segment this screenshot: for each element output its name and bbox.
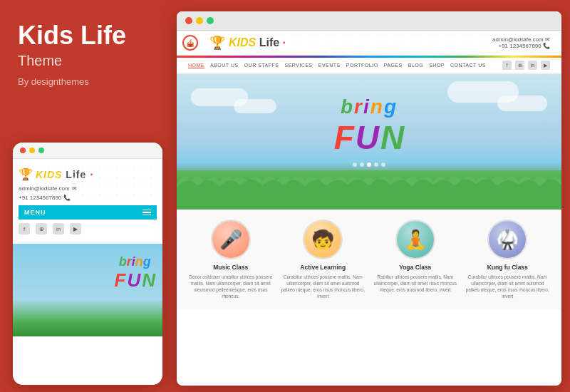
hero-section: bring F U N: [177, 74, 561, 210]
slide-dots: [353, 163, 385, 167]
logo-trophy-icon: 🏆: [209, 35, 225, 51]
mobile-bring-text: bring: [115, 254, 155, 269]
feature-music-avatar: 🎤: [211, 220, 251, 259]
mobile-hero: bring FUN: [13, 244, 162, 336]
app-title: Kids Life: [18, 21, 157, 50]
app-subtitle: Theme: [18, 53, 157, 69]
kungfu-avatar-face: 🥋: [489, 221, 526, 258]
feature-music-title: Music Class: [188, 264, 274, 271]
cloud-4: [497, 96, 547, 111]
browser-top-bar: [177, 11, 561, 31]
grass-svg: [177, 170, 561, 210]
nav-instagram-icon[interactable]: ⊕: [515, 61, 524, 70]
mobile-fun-text: FUN: [115, 269, 155, 292]
mobile-dot-green: [38, 148, 44, 153]
website-nav: HOME ABOUT US OUR STAFFS SERVICES EVENTS…: [177, 58, 561, 74]
website-logo: 🏆 KIDS Life ·: [209, 35, 286, 51]
nav-contact[interactable]: CONTACT US: [450, 63, 486, 68]
hero-fun-text: F U N: [334, 118, 405, 157]
feature-kungfu-desc: Curabitur ultrices pousere mattis. Nam u…: [465, 274, 551, 299]
website-contact-phone: +91 1234567890 📞: [492, 43, 550, 49]
browser-dot-yellow: [196, 17, 203, 24]
logo-kids: KIDS: [229, 36, 256, 48]
left-panel: Kids Life Theme By designthemes 🏆 KIDS L…: [0, 0, 175, 392]
content-section: 🎤 Music Class Decor ostdcaer urabiltur u…: [177, 210, 561, 309]
mobile-linkedin-icon[interactable]: in: [53, 223, 64, 234]
website-contact: admin@kidslife.com ✉ +91 1234567890 📞: [492, 36, 550, 49]
nav-youtube-icon[interactable]: ▶: [541, 61, 550, 70]
nav-services[interactable]: SERVICES: [284, 63, 312, 68]
nav-staffs[interactable]: OUR STAFFS: [244, 63, 279, 68]
slide-dot-2[interactable]: [360, 163, 364, 167]
mobile-youtube-icon[interactable]: ▶: [70, 223, 81, 234]
app-by: By designthemes: [18, 76, 157, 87]
features-grid: 🎤 Music Class Decor ostdcaer urabiltur u…: [188, 220, 550, 299]
logo-life: Life: [259, 36, 279, 48]
mobile-dot-red: [20, 148, 26, 153]
hero-text-center: bring F U N: [334, 96, 405, 157]
website-header: 🎪 🏆 KIDS Life · admin@kidslife.com ✉ +91…: [177, 31, 561, 56]
logo-text: KIDS Life ·: [229, 36, 286, 49]
feature-learning-desc: Curabitur ultrices pousere mattis. Nam u…: [281, 274, 366, 299]
browser-dot-green: [207, 17, 214, 24]
music-avatar-face: 🎤: [212, 221, 249, 258]
polka-bg-mobile: [19, 165, 157, 202]
nav-about[interactable]: ABOUT US: [210, 63, 239, 68]
mobile-mockup: 🏆 KIDS Life · admin@kidslife.com ✉ +91 1…: [13, 143, 162, 385]
header-badge: 🎪: [182, 35, 198, 51]
mobile-social-row: f ⊕ in ▶: [19, 220, 157, 238]
nav-events[interactable]: EVENTS: [318, 63, 341, 68]
mobile-nav-bar[interactable]: MENU: [19, 205, 157, 220]
hamburger-icon[interactable]: [142, 210, 151, 216]
feature-kungfu: 🥋 Kung fu Class Curabitur ultrices pouse…: [465, 220, 551, 299]
browser-dot-red: [185, 17, 192, 24]
mobile-hero-text: bring FUN: [115, 254, 155, 292]
learning-avatar-face: 🧒: [304, 221, 341, 258]
feature-kungfu-avatar: 🥋: [487, 220, 527, 259]
hero-bring-text: bring: [334, 96, 405, 118]
mobile-facebook-icon[interactable]: f: [19, 223, 30, 234]
feature-learning-title: Active Learning: [281, 264, 366, 271]
feature-kungfu-title: Kung fu Class: [465, 264, 551, 271]
feature-learning-avatar: 🧒: [303, 220, 343, 259]
slide-dot-5[interactable]: [381, 163, 385, 167]
mobile-dot-yellow: [29, 148, 35, 153]
website-contact-email: admin@kidslife.com ✉: [492, 36, 550, 43]
mobile-menu-label: MENU: [24, 209, 46, 216]
cloud-2: [234, 99, 276, 113]
logo-dot: ·: [283, 36, 286, 48]
nav-facebook-icon[interactable]: f: [502, 61, 512, 70]
nav-shop[interactable]: SHOP: [429, 63, 445, 68]
nav-blog[interactable]: BLOG: [408, 63, 423, 68]
nav-linkedin-icon[interactable]: in: [528, 61, 537, 70]
mobile-instagram-icon[interactable]: ⊕: [36, 223, 47, 234]
slide-dot-1[interactable]: [353, 163, 357, 167]
mobile-top-bar: [13, 143, 162, 159]
feature-learning: 🧒 Active Learning Curabitur ultrices pou…: [281, 220, 366, 299]
browser-mockup: 🎪 🏆 KIDS Life · admin@kidslife.com ✉ +91…: [177, 11, 561, 386]
feature-yoga-avatar: 🧘: [395, 220, 435, 259]
nav-portfolio[interactable]: PORTFOLIO: [346, 63, 378, 68]
nav-home[interactable]: HOME: [188, 63, 204, 68]
feature-yoga-title: Yoga Class: [373, 264, 458, 271]
grass: [177, 170, 561, 210]
slide-dot-4[interactable]: [374, 163, 378, 167]
feature-music-desc: Decor ostdcaer urabiltur ultrices pouser…: [188, 274, 274, 299]
feature-yoga-desc: Rabiltur ultrices pousere mattis. Nam ul…: [373, 274, 458, 293]
mobile-content: 🏆 KIDS Life · admin@kidslife.com ✉ +91 1…: [13, 159, 162, 244]
feature-music: 🎤 Music Class Decor ostdcaer urabiltur u…: [188, 220, 274, 299]
yoga-avatar-face: 🧘: [397, 221, 434, 258]
slide-dot-3[interactable]: [367, 163, 371, 167]
nav-pages[interactable]: PAGES: [384, 63, 403, 68]
nav-social: f ⊕ in ▶: [502, 61, 550, 70]
feature-yoga: 🧘 Yoga Class Rabiltur ultrices pousere m…: [373, 220, 458, 299]
nav-links: HOME ABOUT US OUR STAFFS SERVICES EVENTS…: [188, 63, 486, 68]
